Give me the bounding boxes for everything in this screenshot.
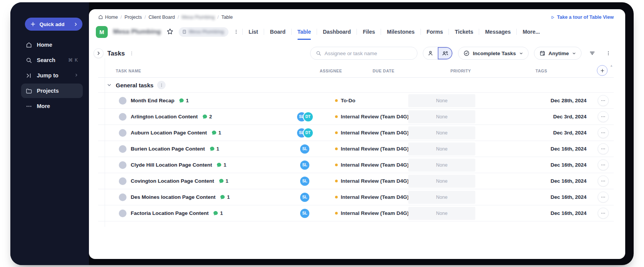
assignee-avatar[interactable]: SL	[300, 177, 309, 186]
tags-cell[interactable]	[481, 141, 514, 157]
row-menu-button[interactable]	[598, 127, 609, 138]
comment-count-badge[interactable]: 1	[219, 178, 228, 184]
row-menu-button[interactable]	[598, 175, 609, 187]
group-people-icon[interactable]	[438, 47, 452, 59]
status-cell[interactable]: Internal Review (Team D4G)	[318, 141, 402, 157]
row-menu-button[interactable]	[598, 143, 609, 154]
sidebar-item-projects[interactable]: Projects	[21, 84, 83, 98]
tags-cell[interactable]	[481, 125, 514, 141]
assignee-cell[interactable]: SL	[291, 141, 318, 157]
tab-more[interactable]: More...	[518, 25, 545, 39]
due-date[interactable]: Dec 3rd, 2024	[514, 109, 586, 124]
priority-cell[interactable]: None	[402, 125, 481, 141]
status-filter-dropdown[interactable]: Incomplete Tasks	[458, 47, 528, 60]
tags-cell[interactable]	[481, 109, 514, 124]
assignee-cell[interactable]: SL	[291, 205, 318, 221]
tags-cell[interactable]	[481, 157, 514, 173]
tags-cell[interactable]	[481, 173, 514, 189]
assignee-avatar[interactable]: SL	[300, 144, 309, 154]
priority-cell[interactable]: None	[402, 173, 481, 189]
column-due-date[interactable]: DUE DATE	[373, 69, 394, 73]
status-cell[interactable]: Internal Review (Team D4G)	[318, 109, 402, 124]
table-row[interactable]: Covington Location Page Content 1 SL Int…	[98, 173, 614, 189]
table-row[interactable]: Burien Location Page Content 1 SL Intern…	[98, 141, 614, 157]
assignee-avatar[interactable]: SL	[300, 209, 309, 218]
chevron-down-icon[interactable]	[107, 82, 112, 88]
sidebar-item-jump-to[interactable]: Jump to	[21, 68, 83, 83]
tab-messages[interactable]: Messages	[480, 25, 516, 39]
task-status-circle[interactable]	[119, 210, 127, 217]
priority-cell[interactable]: None	[402, 189, 481, 205]
column-task-name[interactable]: TASK NAME	[116, 69, 141, 73]
date-filter-dropdown[interactable]: Anytime	[534, 47, 582, 60]
comment-count-badge[interactable]: 1	[213, 210, 223, 216]
table-row[interactable]: Month End Recap 1 To-Do None Dec 28th, 2…	[98, 93, 614, 109]
assignee-cell[interactable]: SL	[291, 157, 318, 173]
due-date[interactable]: Dec 16th, 2024	[514, 205, 586, 221]
tags-cell[interactable]	[481, 205, 514, 221]
tags-cell[interactable]	[481, 93, 514, 108]
task-name[interactable]: Burien Location Page Content	[131, 146, 205, 152]
breadcrumb-item[interactable]: Home	[98, 15, 118, 20]
breadcrumb-item[interactable]: Projects	[125, 15, 142, 20]
task-status-circle[interactable]	[119, 97, 127, 105]
comment-count-badge[interactable]: 1	[220, 194, 230, 200]
task-status-circle[interactable]	[119, 113, 127, 121]
column-assignee[interactable]: ASSIGNEE	[320, 69, 342, 73]
comment-count-badge[interactable]: 1	[179, 98, 189, 103]
table-row[interactable]: Clyde Hill Location Page Content 1 SL In…	[98, 157, 614, 173]
task-name[interactable]: Covington Location Page Content	[131, 178, 214, 184]
priority-cell[interactable]: None	[402, 157, 481, 173]
row-menu-button[interactable]	[598, 111, 609, 122]
assignee-avatar[interactable]: SL	[300, 193, 309, 202]
task-name[interactable]: Month End Recap	[131, 98, 174, 103]
star-icon[interactable]	[166, 28, 174, 36]
assignee-cell[interactable]	[291, 93, 318, 108]
filter-icon[interactable]	[587, 48, 598, 59]
column-tags[interactable]: TAGS	[536, 69, 547, 73]
toolbar-menu-button[interactable]	[603, 48, 614, 59]
row-menu-button[interactable]	[598, 208, 609, 219]
task-status-circle[interactable]	[119, 177, 127, 185]
row-menu-button[interactable]	[598, 192, 609, 203]
priority-cell[interactable]: None	[402, 141, 481, 157]
tour-link[interactable]: Take a tour of Table View	[551, 15, 614, 20]
task-status-circle[interactable]	[119, 161, 127, 169]
assignee-avatar[interactable]: SL	[300, 161, 309, 170]
breadcrumb-item[interactable]: Client Board	[148, 15, 175, 20]
priority-cell[interactable]: None	[402, 109, 481, 124]
search-input[interactable]	[324, 51, 412, 56]
status-cell[interactable]: To-Do	[318, 93, 402, 108]
group-menu-button[interactable]	[157, 81, 166, 89]
column-priority[interactable]: PRIORITY	[450, 69, 471, 73]
status-cell[interactable]: Internal Review (Team D4G)	[318, 189, 402, 205]
row-menu-button[interactable]	[598, 159, 609, 170]
sidebar-item-search[interactable]: Search⌘ K	[21, 53, 83, 67]
comment-count-badge[interactable]: 1	[211, 130, 221, 136]
task-name[interactable]: Factoria Location Page Content	[131, 210, 209, 216]
table-row[interactable]: Factoria Location Page Content 1 SL Inte…	[98, 205, 614, 221]
tab-board[interactable]: Board	[265, 25, 290, 39]
assignee-avatar[interactable]: DT	[304, 128, 313, 138]
tags-cell[interactable]	[481, 189, 514, 205]
due-date[interactable]: Dec 3rd, 2024	[514, 125, 586, 141]
assignee-cell[interactable]: SL	[291, 173, 318, 189]
tab-forms[interactable]: Forms	[422, 25, 448, 39]
assignee-avatar[interactable]: DT	[304, 112, 313, 121]
assignee-cell[interactable]: SLDT	[291, 109, 318, 124]
sidebar-item-home[interactable]: Home	[21, 38, 83, 52]
tab-tickets[interactable]: Tickets	[450, 25, 478, 39]
single-person-icon[interactable]	[423, 47, 438, 59]
tasks-menu-button[interactable]	[127, 49, 136, 58]
tab-milestones[interactable]: Milestones	[382, 25, 419, 39]
due-date[interactable]: Dec 16th, 2024	[514, 141, 586, 157]
task-name[interactable]: Arlington Location Content	[131, 114, 198, 120]
table-row[interactable]: Auburn Location Page Content 1 SLDT Inte…	[98, 125, 614, 141]
due-date[interactable]: Dec 16th, 2024	[514, 173, 586, 189]
task-name[interactable]: Auburn Location Page Content	[131, 130, 207, 136]
priority-cell[interactable]: None	[402, 93, 481, 108]
add-column-button[interactable]	[597, 65, 608, 76]
status-cell[interactable]: Internal Review (Team D4G)	[318, 125, 402, 141]
task-status-circle[interactable]	[119, 129, 127, 137]
comment-count-badge[interactable]: 2	[202, 114, 212, 120]
